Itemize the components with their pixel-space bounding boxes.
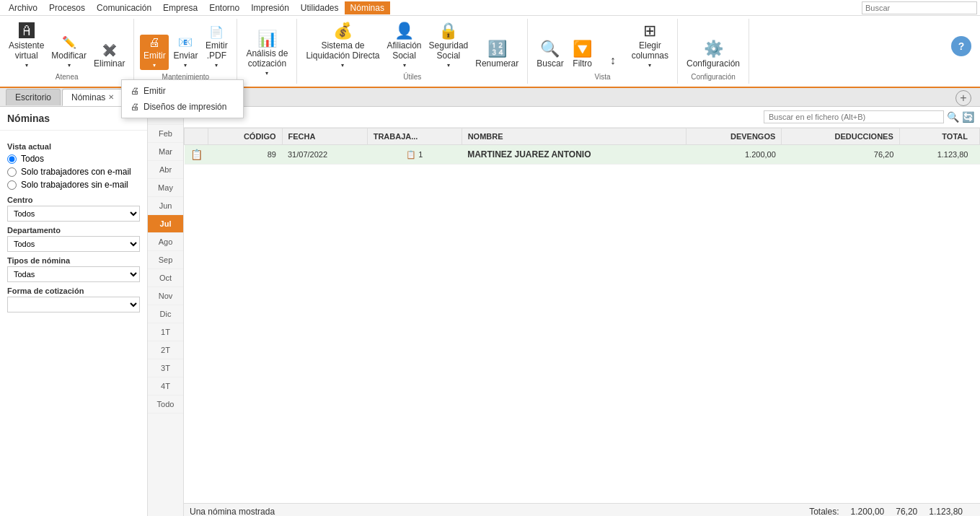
main-content: 🔍 🔄 CÓDIGO FECHA TRABAJA... NOMBRE DEVEN… [184, 107, 980, 516]
ribbon-group-vista: 🔍 Buscar 🔽 Filtro ↕ ⊞ Elegircolumnas Vis… [528, 19, 678, 84]
ribbon-btn-emitir-pdf[interactable]: 📄 Emitir.PDF [202, 24, 231, 70]
afiliacion-icon: 👤 [394, 23, 414, 39]
ribbon-btn-seguridad[interactable]: 🔒 SeguridadSocial [426, 22, 472, 70]
ribbon-group-analisis: 📊 Análisis decotización [237, 19, 297, 84]
ribbon-btn-configuracion[interactable]: ⚙️ Configuración [684, 40, 743, 70]
ribbon-btn-columnas[interactable]: ⊞ Elegircolumnas [629, 22, 671, 70]
tab-nominas-close[interactable]: ✕ [108, 93, 114, 101]
centro-select[interactable]: Todos [7, 206, 140, 222]
tipos-nomina-select[interactable]: Todas [7, 266, 140, 282]
col-codigo[interactable]: CÓDIGO [208, 128, 283, 145]
ribbon-btn-asistente[interactable]: 🅰 Asistentevirtual [6, 22, 47, 70]
menu-utilidades[interactable]: Utilidades [295, 1, 345, 14]
tab-escritorio[interactable]: Escritorio [6, 89, 61, 105]
menu-nominas[interactable]: Nóminas [345, 1, 390, 14]
ribbon-analisis-buttons: 📊 Análisis decotización [243, 22, 291, 78]
month-item-4t[interactable]: 4T [148, 377, 183, 395]
ribbon-btn-analisis[interactable]: 📊 Análisis decotización [243, 30, 291, 78]
row-deducciones: 76,20 [782, 145, 900, 165]
vista-actual-label: Vista actual [7, 142, 140, 151]
ribbon-mantenimiento-buttons: 🖨 Emitir 📧 Enviar 📄 Emitir.PDF [140, 22, 231, 70]
menu-archivo[interactable]: Archivo [3, 1, 43, 14]
ribbon-btn-renumerar[interactable]: 🔢 Renumerar [472, 40, 521, 70]
columnas-icon: ⊞ [643, 23, 656, 39]
month-item-dic[interactable]: Dic [148, 305, 183, 323]
add-button[interactable]: + [955, 90, 971, 106]
month-item-3t[interactable]: 3T [148, 359, 183, 377]
ribbon-btn-liquidacion[interactable]: 💰 Sistema deLiquidación Directa [303, 22, 382, 70]
month-item-todo[interactable]: Todo [148, 395, 183, 414]
radio-sin-email-label: Solo trabajadores sin e-mail [21, 180, 128, 190]
col-fecha[interactable]: FECHA [282, 128, 367, 145]
radio-group: Todos Solo trabajadores con e-mail Solo … [7, 154, 140, 190]
help-button[interactable]: ? [951, 36, 971, 56]
ribbon-btn-afiliacion[interactable]: 👤 AfiliaciónSocial [384, 22, 425, 70]
seguridad-label: SeguridadSocial [429, 40, 469, 61]
month-item-mar[interactable]: Mar [148, 143, 183, 161]
month-item-sep[interactable]: Sep [148, 251, 183, 269]
month-item-2t[interactable]: 2T [148, 341, 183, 359]
col-total[interactable]: TOTAL [899, 128, 979, 145]
menu-procesos[interactable]: Procesos [43, 1, 91, 14]
col-nombre[interactable]: NOMBRE [462, 128, 687, 145]
menu-comunicacion[interactable]: Comunicación [91, 1, 157, 14]
ribbon-group-utiles: 💰 Sistema deLiquidación Directa 👤 Afilia… [297, 19, 528, 84]
emitir-label: Emitir [144, 51, 166, 61]
radio-sin-email-input[interactable] [7, 180, 17, 190]
ribbon-btn-enviar[interactable]: 📧 Enviar [170, 34, 200, 70]
table-refresh-button[interactable]: 🔄 [962, 111, 974, 123]
ribbon-btn-eliminar[interactable]: ✖️ Eliminar [91, 42, 128, 70]
row-codigo: 89 [208, 145, 283, 165]
col-trabaja[interactable]: TRABAJA... [367, 128, 462, 145]
radio-todos[interactable]: Todos [7, 154, 140, 164]
afiliacion-label: AfiliaciónSocial [387, 40, 422, 61]
ribbon-btn-sort[interactable]: ↕ [599, 53, 627, 70]
ribbon-btn-emitir[interactable]: 🖨 Emitir [140, 35, 169, 70]
month-item-oct[interactable]: Oct [148, 269, 183, 287]
top-search-input[interactable] [862, 1, 977, 14]
month-item-abr[interactable]: Abr [148, 161, 183, 179]
ribbon-btn-modificar[interactable]: ✏️ Modificar [48, 34, 89, 70]
tab-nominas[interactable]: Nóminas ✕ [62, 89, 123, 106]
radio-con-email-label: Solo trabajadores con e-mail [21, 167, 131, 177]
dropdown-emitir[interactable]: 🖨 Emitir [122, 83, 243, 99]
radio-sin-email[interactable]: Solo trabajadores sin e-mail [7, 180, 140, 190]
row-nombre: MARTINEZ JUAREZ ANTONIO [462, 145, 687, 165]
ribbon-label-utiles: Útiles [403, 73, 421, 81]
modificar-icon: ✏️ [62, 35, 76, 49]
radio-con-email-input[interactable] [7, 167, 17, 177]
month-item-may[interactable]: May [148, 179, 183, 197]
ribbon-configuracion-buttons: ⚙️ Configuración [684, 22, 743, 70]
month-item-nov[interactable]: Nov [148, 287, 183, 305]
emitir-icon: 🖨 [149, 36, 160, 49]
table-search-button[interactable]: 🔍 [944, 110, 962, 124]
month-item-1t[interactable]: 1T [148, 323, 183, 341]
col-icon [185, 128, 208, 145]
eliminar-label: Eliminar [94, 58, 125, 69]
month-item-jul[interactable]: Jul [148, 215, 183, 233]
ribbon: 🅰 Asistentevirtual ✏️ Modificar ✖️ Elimi… [0, 16, 980, 88]
forma-cotizacion-select[interactable] [7, 297, 140, 312]
ribbon-label-atenea: Atenea [56, 73, 79, 81]
enviar-icon: 📧 [178, 35, 193, 49]
table-search-input[interactable] [764, 110, 944, 123]
radio-con-email[interactable]: Solo trabajadores con e-mail [7, 167, 140, 177]
month-item-jun[interactable]: Jun [148, 197, 183, 215]
departamento-label: Departamento [7, 226, 140, 235]
departamento-select[interactable]: Todos [7, 236, 140, 252]
menu-impresion[interactable]: Impresión [245, 1, 295, 14]
radio-todos-input[interactable] [7, 154, 17, 164]
filtro-icon: 🔽 [573, 41, 592, 57]
col-devengos[interactable]: DEVENGOS [687, 128, 782, 145]
row-icon: 📋 [185, 145, 208, 165]
dropdown-disenos[interactable]: 🖨 Diseños de impresión [122, 99, 243, 115]
month-item-feb[interactable]: Feb [148, 125, 183, 143]
col-deducciones[interactable]: DEDUCCIONES [782, 128, 900, 145]
ribbon-btn-buscar[interactable]: 🔍 Buscar [534, 40, 566, 70]
menu-empresa[interactable]: Empresa [157, 1, 203, 14]
sort-icon: ↕ [610, 54, 616, 67]
ribbon-btn-filtro[interactable]: 🔽 Filtro [568, 40, 597, 70]
menu-entorno[interactable]: Entorno [203, 1, 245, 14]
table-row[interactable]: 📋 89 31/07/2022 📋 1 MARTINEZ JUAREZ ANTO… [185, 145, 980, 165]
month-item-ago[interactable]: Ago [148, 233, 183, 251]
